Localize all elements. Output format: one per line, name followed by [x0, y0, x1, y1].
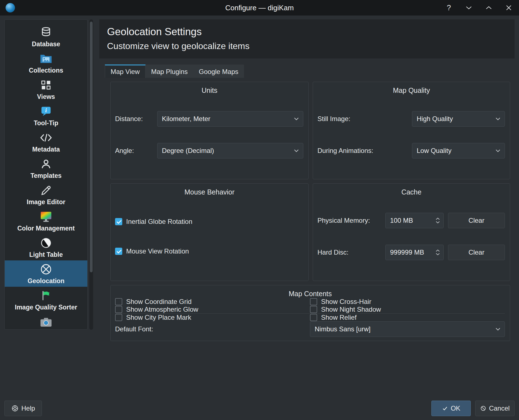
- page-header: Geolocation Settings Customize view to g…: [99, 19, 515, 58]
- groupbox-title: Mouse Behavior: [111, 184, 308, 196]
- database-icon: [40, 26, 52, 39]
- still-image-select[interactable]: High Quality: [412, 111, 505, 127]
- sidebar-item-image-quality-sorter[interactable]: Image Quality Sorter: [5, 287, 87, 313]
- light-table-icon: [40, 236, 52, 250]
- checkbox-mouse-view-rotation[interactable]: Mouse View Rotation: [115, 247, 303, 255]
- scrollbar-thumb[interactable]: [90, 22, 93, 272]
- checkbox-box[interactable]: [310, 298, 317, 305]
- checkbox-label: Show Night Shadow: [321, 306, 381, 313]
- hard-disc-spinbox[interactable]: 999999 MB: [385, 245, 444, 260]
- physical-memory-spinbox[interactable]: 100 MB: [385, 213, 444, 228]
- tabbar: Map View Map Plugins Google Maps: [105, 65, 515, 78]
- checkbox-box[interactable]: [115, 218, 122, 225]
- titlebar-shade-button[interactable]: [484, 3, 493, 12]
- chevron-up-icon: [436, 249, 440, 252]
- sidebar-wrap: Database Collections: [4, 19, 96, 397]
- checkbox-box[interactable]: [115, 298, 122, 305]
- chevron-down-icon: [495, 327, 501, 331]
- check-icon: [442, 405, 448, 411]
- checkbox-inertial-globe-rotation[interactable]: Inertial Globe Rotation: [115, 218, 303, 226]
- globe-icon: [40, 263, 52, 276]
- hard-disc-label: Hard Disc:: [317, 249, 381, 256]
- checkbox-box[interactable]: [115, 306, 122, 313]
- titlebar-close-button[interactable]: [504, 3, 513, 12]
- sidebar-item-label: Geolocation: [28, 277, 65, 285]
- sidebar-item-camera[interactable]: [5, 313, 87, 329]
- during-animations-label: During Animations:: [317, 147, 412, 155]
- checkbox-label: Mouse View Rotation: [126, 247, 189, 255]
- mouse-behavior-groupbox: Mouse Behavior Inertial Globe Rotation M…: [110, 183, 309, 281]
- sidebar-item-label: Database: [32, 40, 60, 48]
- cancel-button[interactable]: Cancel: [475, 401, 515, 416]
- titlebar-more-button[interactable]: [464, 3, 474, 12]
- sidebar-item-metadata[interactable]: Metadata: [5, 129, 87, 155]
- map-quality-groupbox: Map Quality Still Image: High Quality: [313, 82, 510, 179]
- cancel-slash-icon: [480, 405, 486, 411]
- checkbox-label: Show Relief: [321, 314, 357, 321]
- checkbox-show-atmospheric-glow[interactable]: Show Atmospheric Glow: [115, 306, 310, 313]
- tab-google-maps[interactable]: Google Maps: [193, 65, 244, 78]
- default-font-select[interactable]: Nimbus Sans [urw]: [310, 321, 505, 337]
- tab-map-plugins[interactable]: Map Plugins: [146, 65, 193, 78]
- chevron-down-icon: [495, 117, 501, 121]
- during-animations-select[interactable]: Low Quality: [412, 143, 505, 158]
- sidebar-item-database[interactable]: Database: [5, 24, 87, 50]
- checkbox-label: Show Coordinate Grid: [126, 298, 192, 306]
- distance-value: Kilometer, Meter: [162, 115, 294, 123]
- sidebar-item-label: Metadata: [32, 146, 60, 153]
- distance-label: Distance:: [115, 115, 157, 123]
- button-label: Clear: [469, 249, 484, 256]
- titlebar-buttons: ?: [444, 3, 513, 12]
- clear-memory-button[interactable]: Clear: [448, 213, 505, 228]
- checkbox-box[interactable]: [115, 248, 122, 255]
- titlebar-help-button[interactable]: ?: [444, 3, 454, 12]
- page-title: Geolocation Settings: [107, 26, 507, 38]
- checkbox-show-city-place-mark[interactable]: Show City Place Mark: [115, 314, 310, 321]
- button-label: Cancel: [489, 404, 510, 412]
- sidebar-item-light-table[interactable]: Light Table: [5, 234, 87, 260]
- ok-button[interactable]: OK: [431, 401, 471, 416]
- clear-disc-button[interactable]: Clear: [448, 245, 505, 260]
- tab-map-view[interactable]: Map View: [105, 65, 146, 78]
- sidebar-item-templates[interactable]: Templates: [5, 155, 87, 181]
- spinbox-value: 999999 MB: [390, 249, 434, 256]
- spinbox-buttons[interactable]: [434, 217, 441, 224]
- checkbox-show-night-shadow[interactable]: Show Night Shadow: [310, 306, 505, 313]
- metadata-code-icon: [40, 131, 52, 144]
- during-animations-value: Low Quality: [417, 147, 495, 155]
- checkbox-show-cross-hair[interactable]: Show Cross-Hair: [310, 298, 505, 306]
- units-groupbox: Units Distance: Kilometer, Meter: [110, 82, 309, 179]
- help-button[interactable]: Help: [4, 401, 42, 416]
- sidebar-item-label: Collections: [29, 67, 63, 74]
- sidebar-item-label: Image Editor: [27, 198, 65, 206]
- sidebar-item-geolocation[interactable]: Geolocation: [5, 260, 87, 287]
- sidebar-item-tooltip[interactable]: i Tool-Tip: [5, 103, 87, 129]
- sidebar-item-views[interactable]: Views: [5, 76, 87, 103]
- checkbox-label: Inertial Globe Rotation: [126, 218, 192, 226]
- dialog-footer: Help OK Cancel: [0, 397, 519, 420]
- distance-select[interactable]: Kilometer, Meter: [157, 111, 303, 127]
- window-title: Configure — digiKam: [0, 4, 519, 12]
- checkbox-box[interactable]: [310, 314, 317, 321]
- sidebar-item-color-management[interactable]: Color Management: [5, 208, 87, 234]
- angle-select[interactable]: Degree (Decimal): [157, 143, 303, 158]
- sidebar-item-label: Light Table: [29, 251, 63, 258]
- sidebar-item-image-editor[interactable]: Image Editor: [5, 181, 87, 208]
- tab-label: Google Maps: [199, 68, 238, 76]
- camera-icon: [40, 316, 52, 329]
- default-font-label: Default Font:: [115, 325, 310, 333]
- sidebar-scrollbar[interactable]: [89, 19, 93, 330]
- digikam-app-icon: [6, 3, 15, 12]
- chevron-down-icon: [436, 253, 440, 255]
- sidebar-item-collections[interactable]: Collections: [5, 50, 87, 76]
- groupbox-title: Map Quality: [313, 82, 510, 94]
- chevron-down-icon: [294, 117, 299, 121]
- checkbox-box[interactable]: [310, 306, 317, 313]
- button-label: OK: [451, 404, 461, 412]
- sidebar-item-label: Templates: [30, 172, 62, 180]
- checkbox-box[interactable]: [115, 314, 122, 321]
- checkbox-show-coordinate-grid[interactable]: Show Coordinate Grid: [115, 298, 310, 306]
- spinbox-buttons[interactable]: [434, 249, 441, 255]
- checkbox-show-relief[interactable]: Show Relief: [310, 314, 505, 321]
- physical-memory-label: Physical Memory:: [317, 217, 381, 224]
